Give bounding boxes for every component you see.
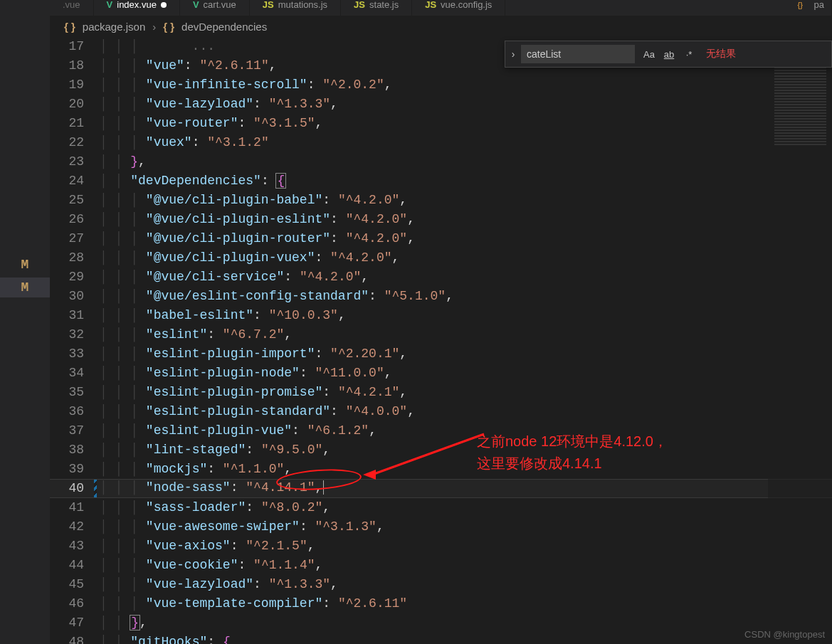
json-icon: {} <box>798 0 803 10</box>
line-number: 24 <box>50 171 100 191</box>
line-number: 30 <box>50 287 100 306</box>
line-number: 27 <box>50 229 100 248</box>
line-number: 32 <box>50 325 100 344</box>
tab-label: vue.config.js <box>441 0 492 10</box>
line-number: 21 <box>50 114 100 133</box>
line-number: 37 <box>50 421 100 440</box>
json-icon: { } <box>163 21 174 33</box>
tab[interactable]: JSstate.js <box>341 0 412 16</box>
tab-label: state.js <box>369 0 399 10</box>
no-results-label: 无结果 <box>706 48 736 60</box>
tab-label: pa <box>814 0 824 10</box>
line-number: 33 <box>50 344 100 364</box>
line-number: 18 <box>50 56 100 75</box>
code-editor[interactable]: 17│ │ │ ... 18│ │ │ vue: ^2.6.11, 19│ │ … <box>50 37 832 644</box>
chevron-right-icon[interactable]: › <box>505 48 521 60</box>
match-case-button[interactable]: Aa <box>639 46 659 63</box>
tab[interactable]: JSmutations.js <box>250 0 341 16</box>
line-number: 19 <box>50 75 100 95</box>
js-icon: JS <box>425 0 436 10</box>
line-number: 31 <box>50 306 100 325</box>
line-number: 28 <box>50 248 100 268</box>
line-number: 43 <box>50 537 100 556</box>
tab[interactable]: .vue <box>50 0 94 16</box>
line-number: 48 <box>50 633 100 644</box>
line-number: 23 <box>50 152 100 171</box>
line-number: 45 <box>50 575 100 594</box>
find-widget: › Aa ab ·* 无结果 <box>505 41 832 68</box>
tab-label: cart.vue <box>204 0 236 10</box>
breadcrumb[interactable]: { } package.json › { } devDependencies <box>64 16 832 37</box>
line-number: 47 <box>50 613 100 633</box>
active-line: 40│ │ │ node-sass: ^4.14.1, <box>50 479 832 498</box>
line-number: 34 <box>50 364 100 383</box>
whole-word-button[interactable]: ab <box>659 46 679 63</box>
vue-icon: V <box>193 0 199 10</box>
line-number: 29 <box>50 268 100 287</box>
line-number: 26 <box>50 210 100 229</box>
json-icon: { } <box>64 21 75 33</box>
tab-label: index.vue <box>117 0 157 10</box>
vue-icon: V <box>107 0 113 10</box>
unsaved-dot-icon <box>161 2 167 8</box>
scrollbar[interactable] <box>822 37 832 644</box>
tab-label: .vue <box>63 0 80 10</box>
modified-marker: M <box>0 255 50 275</box>
line-number: 41 <box>50 498 100 517</box>
line-number: 39 <box>50 460 100 479</box>
editor-tabs: .vue V index.vue Vcart.vue JSmutations.j… <box>50 0 832 16</box>
line-number: 40 <box>50 480 100 497</box>
search-input[interactable] <box>521 45 635 63</box>
line-number: 20 <box>50 95 100 114</box>
line-number: 44 <box>50 556 100 575</box>
tab-overflow[interactable]: {} pa <box>791 0 832 16</box>
modified-marker: M <box>0 278 50 297</box>
tab[interactable]: Vcart.vue <box>180 0 250 16</box>
line-number: 38 <box>50 440 100 460</box>
tab[interactable]: JSvue.config.js <box>412 0 505 16</box>
js-icon: JS <box>263 0 274 10</box>
line-number: 25 <box>50 191 100 210</box>
chevron-right-icon: › <box>152 21 156 33</box>
line-number: 42 <box>50 517 100 537</box>
line-number: 17 <box>50 37 100 56</box>
breadcrumb-section: devDependencies <box>181 21 267 33</box>
js-icon: JS <box>354 0 365 10</box>
line-number: 35 <box>50 383 100 402</box>
breadcrumb-file: package.json <box>83 21 145 33</box>
tab-active[interactable]: V index.vue <box>94 0 180 16</box>
line-number: 22 <box>50 133 100 152</box>
watermark: CSDN @kingtopest <box>744 629 825 640</box>
scm-gutter: M M <box>0 0 50 644</box>
line-number: 46 <box>50 594 100 613</box>
tab-label: mutations.js <box>278 0 327 10</box>
regex-button[interactable]: ·* <box>679 46 699 63</box>
app-root: M M .vue V index.vue Vcart.vue JSmutatio… <box>0 0 832 644</box>
line-number: 36 <box>50 402 100 421</box>
